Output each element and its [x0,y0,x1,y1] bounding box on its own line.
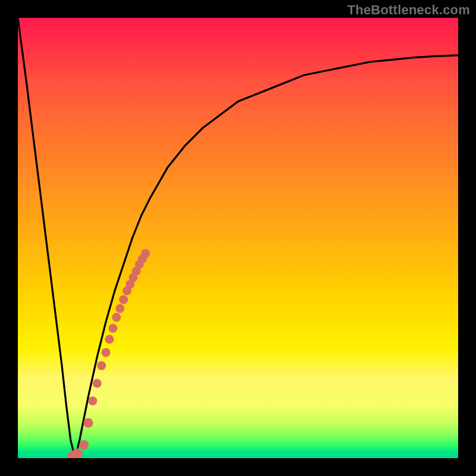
plot-area [18,18,458,458]
bottleneck-curve [18,18,458,458]
highlight-dot [88,396,97,405]
highlight-dot [141,249,150,258]
highlight-dot [97,361,106,370]
highlight-dot [108,324,117,333]
highlight-dot [119,295,128,304]
highlight-dot [102,348,111,357]
highlight-dot [93,379,102,388]
highlight-dot [105,335,114,344]
highlight-dot [112,313,121,322]
chart-svg [18,18,458,458]
highlight-dot [115,304,124,313]
highlight-dots-group [68,249,151,458]
watermark-text: TheBottleneck.com [347,2,470,18]
highlight-dot [79,440,89,450]
highlight-dot [83,418,93,428]
chart-frame: TheBottleneck.com [0,0,476,476]
